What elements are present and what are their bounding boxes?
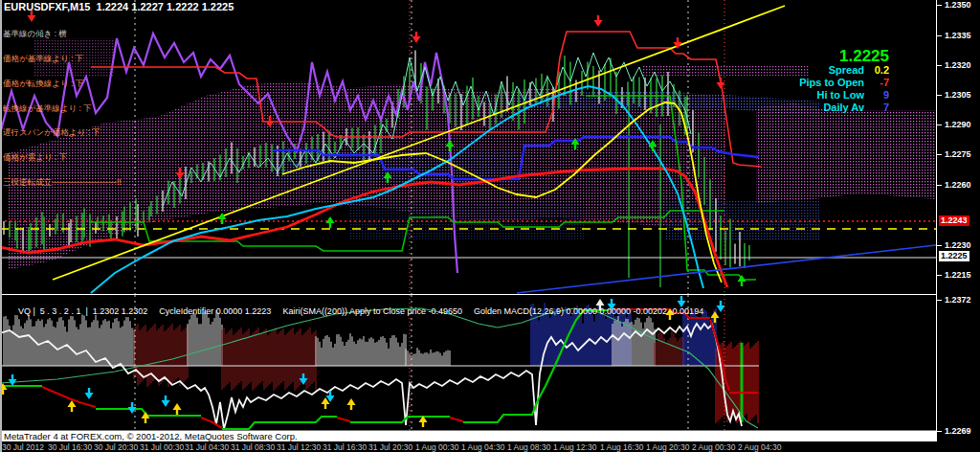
time-label: 30 Jul 16:30: [48, 442, 92, 452]
cycleidentifier-label: CycleIdentifier 0.0000 1.2223: [159, 306, 271, 316]
scale-tick-mark: [937, 300, 942, 301]
symbol-period: EURUSDFXF,M15: [4, 1, 90, 12]
sell-arrow: [412, 32, 421, 43]
entry-arrow: [347, 398, 356, 410]
time-label: 30 Jul 2012: [2, 442, 44, 452]
trend-step-line: [450, 418, 463, 421]
price-tick: 1.2320: [945, 60, 971, 70]
time-label: 31 Jul 20:30: [368, 442, 412, 452]
time-label: 1 Aug 20:30: [646, 442, 689, 452]
buy-arrow: [326, 216, 335, 228]
price-tick: 1.2275: [945, 149, 971, 159]
ichimoku-condition: 遅行スパンが価格より : 下: [3, 128, 122, 137]
bid-price-box: 1.2225: [939, 251, 969, 261]
time-axis[interactable]: 30 Jul 201230 Jul 16:3030 Jul 20:3031 Ju…: [0, 441, 980, 452]
scale-tick-mark: [937, 5, 942, 6]
sell-arrow: [594, 15, 603, 27]
time-label: 1 Aug 12:30: [553, 442, 596, 452]
info-label: Pips to Open: [799, 77, 864, 89]
time-label: 31 Jul 04:30: [185, 442, 229, 452]
time-label: 30 Jul 20:30: [94, 442, 138, 452]
info-row: Pips to Open-7: [799, 77, 889, 89]
ichimoku-condition: 価格が基準線より : 下: [3, 55, 122, 63]
scale-tick-mark: [937, 65, 942, 66]
info-value: 7: [864, 102, 889, 114]
sell-arrow: [717, 78, 725, 89]
price-tick: 1.2215: [945, 270, 971, 280]
indicator-header: VQ | 5 . 3 . 2 . 1 | 1.2302 1.2302CycleI…: [4, 297, 715, 326]
price-tick: 1.2305: [945, 90, 971, 100]
trend-step-line: [201, 418, 222, 428]
exit-arrow: [9, 374, 17, 386]
scale-tick-mark: [937, 35, 942, 36]
info-row: Spread0.2: [799, 64, 889, 77]
mt4-chart-window: EURUSDFXF,M15 1.2224 1.2227 1.2222 1.222…: [0, 0, 980, 452]
time-label: 1 Aug 00:30: [415, 442, 458, 452]
trend-step-line: [337, 418, 350, 421]
quote-info-rows: Spread0.2Pips to Open-7Hi to Low9Daily A…: [799, 64, 889, 114]
exit-arrow: [162, 396, 170, 407]
time-label: 1 Aug 04:30: [461, 442, 504, 452]
trend-step-line: [222, 417, 337, 429]
price-tick: 1.2230: [945, 240, 971, 250]
info-row: Hi to Low9: [799, 89, 889, 102]
time-label: 2 Aug 00:30: [692, 442, 735, 452]
scale-tick-mark: [937, 124, 942, 125]
trend-step-line: [350, 417, 450, 422]
scale-tick-mark: [937, 275, 942, 276]
time-label: 31 Jul 08:30: [231, 442, 275, 452]
ohlc-quotes: 1.2224 1.2227 1.2222 1.2225: [90, 1, 234, 12]
quote-info-panel: 1.2225 Spread0.2Pips to Open-7Hi to Low9…: [799, 48, 889, 114]
price-tick: 1.2335: [945, 31, 971, 40]
indicator-tick: 1.2269: [945, 426, 971, 436]
ichimoku-condition: 転換線が基準線より : 下: [3, 104, 122, 113]
info-value: 0.2: [864, 64, 889, 77]
price-tick: 1.2290: [945, 120, 971, 129]
current-price: 1.2225: [799, 48, 889, 64]
info-label: Spread: [829, 64, 864, 77]
price-scale[interactable]: 1.23501.23351.23201.23051.22901.22751.22…: [936, 0, 980, 441]
indicator-tick: 1.2372: [945, 295, 971, 305]
price-tick: 1.2350: [945, 0, 971, 10]
ichimoku-advisor-panel: 基準線の傾き : 横 価格が基準線より : 下 価格が転換線より : 下 転換線…: [3, 13, 122, 203]
pane-separator[interactable]: [0, 294, 936, 295]
info-label: Daily Av: [823, 102, 864, 114]
time-label: 1 Aug 08:30: [507, 442, 550, 452]
main-chart-canvas[interactable]: [0, 0, 936, 294]
ichimoku-signal-line: 三役逆転成立――――――――!!: [3, 178, 122, 187]
ichimoku-slope-line: 基準線の傾き : 横: [3, 30, 122, 38]
main-chart-pane[interactable]: EURUSDFXF,M15 1.2224 1.2227 1.2222 1.222…: [0, 0, 936, 294]
scale-tick-mark: [937, 95, 942, 96]
ask-price-box: 1.2243: [939, 215, 969, 226]
ichimoku-condition: 価格が転換線より : 下: [3, 79, 122, 88]
scale-tick-mark: [937, 245, 942, 246]
golden-macd-label: Golden MACD(12,26,9) 0.00000 0.00000 -0.…: [474, 306, 703, 316]
info-value: -7: [864, 77, 889, 89]
symbol-title: EURUSDFXF,M15 1.2224 1.2227 1.2222 1.222…: [4, 1, 234, 12]
time-label: 31 Jul 16:30: [323, 442, 367, 452]
ichimoku-condition: 価格が雲より : 下: [3, 153, 122, 162]
vq-indicator-label: VQ | 5 . 3 . 2 . 1 | 1.2302 1.2302: [18, 306, 147, 316]
ichimoku-cloud: [756, 103, 936, 203]
scale-tick-mark: [937, 431, 942, 432]
time-label: 31 Jul 00:30: [140, 442, 184, 452]
trend-step-line: [96, 409, 201, 416]
info-label: Hi to Low: [817, 89, 865, 102]
scale-tick-mark: [937, 185, 942, 186]
buy-arrow: [738, 275, 746, 286]
info-row: Daily Av7: [799, 102, 889, 114]
exit-arrow: [717, 301, 725, 312]
entry-arrow: [68, 400, 77, 412]
indicator-pane[interactable]: VQ | 5 . 3 . 2 . 1 | 1.2302 1.2302CycleI…: [0, 295, 936, 430]
info-value: 9: [864, 89, 889, 102]
time-label: 31 Jul 12:30: [277, 442, 321, 452]
exit-arrow: [85, 388, 94, 399]
price-tick: 1.2260: [945, 180, 971, 190]
exit-arrow: [128, 402, 137, 414]
kairi-label: Kairi(SMA((200)) Apply to Close price -0…: [282, 306, 462, 316]
entry-arrow: [142, 412, 150, 423]
time-label: 1 Aug 16:30: [600, 442, 643, 452]
time-label: 2 Aug 04:30: [738, 442, 781, 452]
scale-tick-mark: [937, 154, 942, 155]
entry-arrow: [173, 403, 182, 415]
